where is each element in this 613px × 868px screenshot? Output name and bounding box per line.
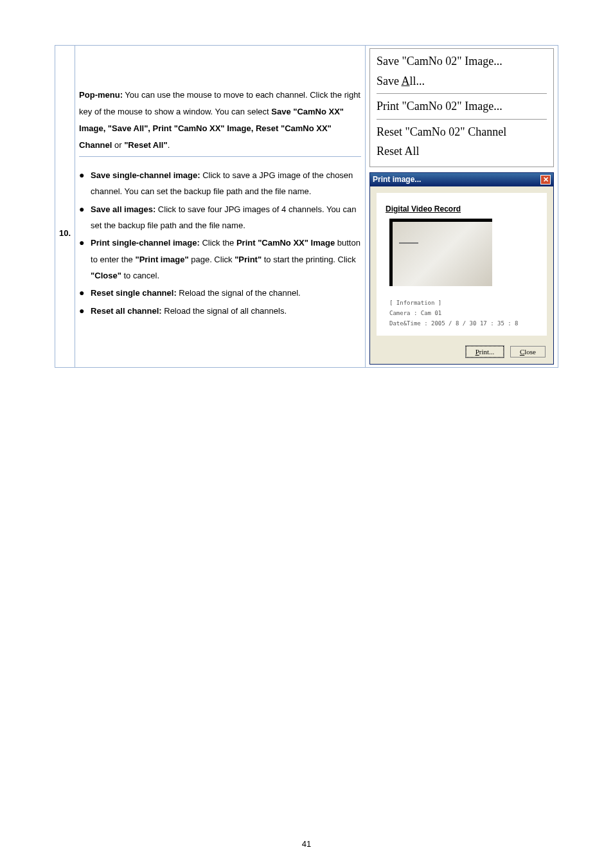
intro-t2: or — [112, 140, 124, 150]
content-table: 10. Pop-menu: You can use the mouse to m… — [55, 45, 558, 368]
menu-item-reset-all[interactable]: Reset All — [377, 141, 547, 161]
t: ll... — [410, 75, 425, 87]
b2p3: "Print image" — [135, 255, 188, 264]
bullet-icon: ● — [79, 201, 91, 217]
page: 10. Pop-menu: You can use the mouse to m… — [0, 0, 613, 868]
b2p6: to start the printing. Click — [262, 255, 356, 264]
bullet-title: Save all images: — [91, 204, 155, 214]
list-item: ● Print single-channel image: Click the … — [79, 235, 361, 284]
intro-t3: . — [168, 140, 170, 150]
bullet-text: Save single-channel image: Click to save… — [91, 167, 361, 200]
print-button[interactable]: Print... — [466, 346, 504, 357]
info-datetime: Date&Time : 2005 / 8 / 30 17 : 35 : 8 — [389, 318, 538, 329]
bullet-text: Save all images: Click to save four JPG … — [91, 201, 361, 234]
menu-item-reset-channel[interactable]: Reset "CamNo 02" Channel — [377, 122, 547, 142]
bullet-title: Save single-channel image: — [91, 170, 200, 180]
intro-paragraph: Pop-menu: You can use the mouse to move … — [79, 87, 361, 157]
intro-b2: "Reset All" — [124, 140, 167, 150]
info-block: [ Information ] Camera : Cam 01 Date&Tim… — [386, 298, 538, 329]
row-number-cell: 10. — [55, 46, 75, 368]
list-item: ● Reset all channel: Reload the signal o… — [79, 303, 361, 319]
bullet-title: Print single-channel image: — [91, 238, 200, 248]
menu-separator — [377, 93, 547, 94]
b2p1: Print "CamNo XX" Image — [236, 238, 335, 248]
b2p7: "Close" — [91, 271, 121, 280]
screenshot-cell: Save "CamNo 02" Image... Save All... Pri… — [366, 46, 558, 368]
dialog-button-row: Print... Close — [370, 342, 553, 364]
bullet-text: Reset all channel: Reload the signal of … — [91, 303, 361, 319]
bullet-text: Print single-channel image: Click the Pr… — [91, 235, 361, 284]
intro-lead: Pop-menu: — [79, 90, 123, 100]
dvr-heading: Digital Video Record — [386, 204, 538, 213]
menu-item-save-image[interactable]: Save "CamNo 02" Image... — [377, 51, 547, 71]
u: A — [402, 75, 410, 87]
menu-separator — [377, 119, 547, 120]
bullet-text: Reset single channel: Reload the signal … — [91, 285, 361, 301]
b2p0: Click the — [200, 238, 236, 248]
t: rint... — [479, 348, 495, 356]
bullet-title: Reset single channel: — [91, 288, 177, 298]
t: Save — [377, 75, 402, 87]
bullet-icon: ● — [79, 303, 91, 319]
dialog-title: Print image... — [373, 175, 421, 184]
menu-item-print-image[interactable]: Print "CamNo 02" Image... — [377, 96, 547, 116]
b2p5: "Print" — [235, 255, 262, 264]
bullet-body: Reload the signal of the channel. — [177, 288, 301, 298]
b2p4: page. Click — [189, 255, 235, 264]
context-menu: Save "CamNo 02" Image... Save All... Pri… — [369, 48, 554, 167]
list-item: ● Reset single channel: Reload the signa… — [79, 285, 361, 301]
info-header: [ Information ] — [389, 298, 538, 308]
list-item: ● Save all images: Click to save four JP… — [79, 201, 361, 234]
bullet-icon: ● — [79, 285, 91, 301]
row-number: 10. — [59, 228, 71, 238]
b2p8: to cancel. — [121, 271, 159, 280]
info-camera: Camera : Cam 01 — [389, 308, 538, 318]
bullet-list: ● Save single-channel image: Click to sa… — [79, 167, 361, 323]
dialog-titlebar: Print image... ✕ — [370, 173, 553, 186]
text-cell: Pop-menu: You can use the mouse to move … — [75, 46, 366, 368]
bullet-icon: ● — [79, 235, 91, 251]
camera-preview-image — [389, 219, 492, 286]
dialog-body: Digital Video Record [ Information ] Cam… — [377, 193, 547, 336]
close-button[interactable]: Close — [510, 346, 546, 357]
list-item: ● Save single-channel image: Click to sa… — [79, 167, 361, 200]
menu-item-save-all[interactable]: Save All... — [377, 71, 547, 91]
bullet-body: Reload the signal of all channels. — [162, 306, 287, 316]
print-image-dialog: Print image... ✕ Digital Video Record [ … — [369, 172, 554, 365]
close-icon[interactable]: ✕ — [540, 175, 551, 185]
bullet-title: Reset all channel: — [91, 306, 162, 316]
page-number: 41 — [0, 839, 613, 849]
t: lose — [524, 348, 536, 356]
bullet-icon: ● — [79, 167, 91, 183]
